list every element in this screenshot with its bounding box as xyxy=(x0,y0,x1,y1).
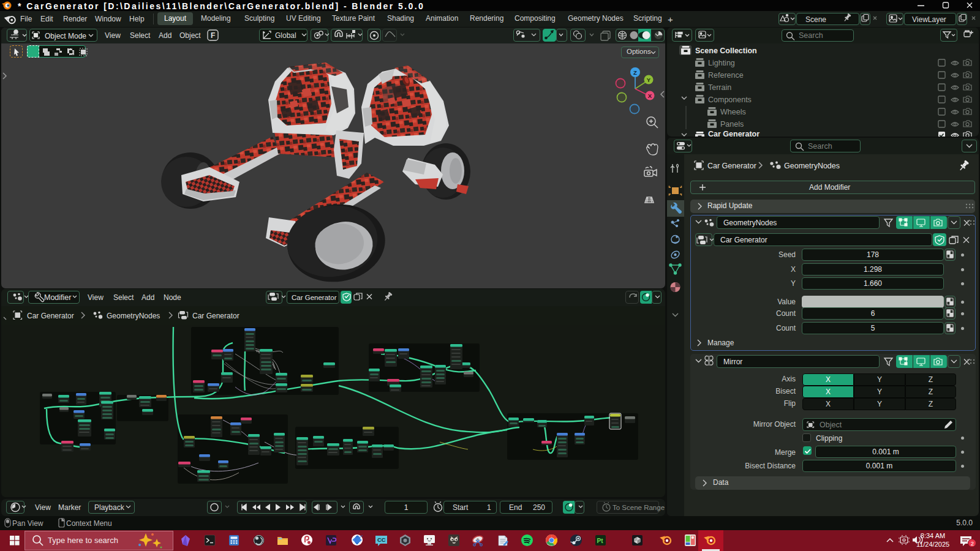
svg-text:CC: CC xyxy=(377,536,386,543)
svg-text:Lighting: Lighting xyxy=(708,59,735,67)
svg-text:Pt: Pt xyxy=(597,538,604,544)
svg-text:GeometryNodes: GeometryNodes xyxy=(784,162,840,170)
svg-text:Search: Search xyxy=(808,142,832,151)
svg-text:Scene Collection: Scene Collection xyxy=(695,47,757,55)
svg-text:Car Generator: Car Generator xyxy=(708,130,760,137)
svg-text:GeometryNodes: GeometryNodes xyxy=(107,312,160,320)
svg-text:Terrain: Terrain xyxy=(708,83,731,92)
svg-text:X: X xyxy=(648,92,652,99)
svg-text:Y: Y xyxy=(647,77,651,83)
svg-text:Pan View: Pan View xyxy=(12,519,43,528)
svg-text:Components: Components xyxy=(708,96,752,104)
svg-text:2: 2 xyxy=(971,540,974,547)
svg-text:Modifier: Modifier xyxy=(44,293,71,302)
svg-text:Search: Search xyxy=(799,31,823,40)
svg-text:Z: Z xyxy=(633,69,637,76)
svg-text:Wheels: Wheels xyxy=(720,108,746,116)
svg-text:Car Generator: Car Generator xyxy=(707,162,756,170)
svg-text:Object: Object xyxy=(820,421,842,429)
svg-text:Reference: Reference xyxy=(708,71,744,80)
svg-text:Panels: Panels xyxy=(720,120,744,129)
svg-text:Context Menu: Context Menu xyxy=(66,519,112,528)
svg-text:Car Generator: Car Generator xyxy=(27,312,74,320)
svg-text:Car Generator: Car Generator xyxy=(192,312,239,320)
